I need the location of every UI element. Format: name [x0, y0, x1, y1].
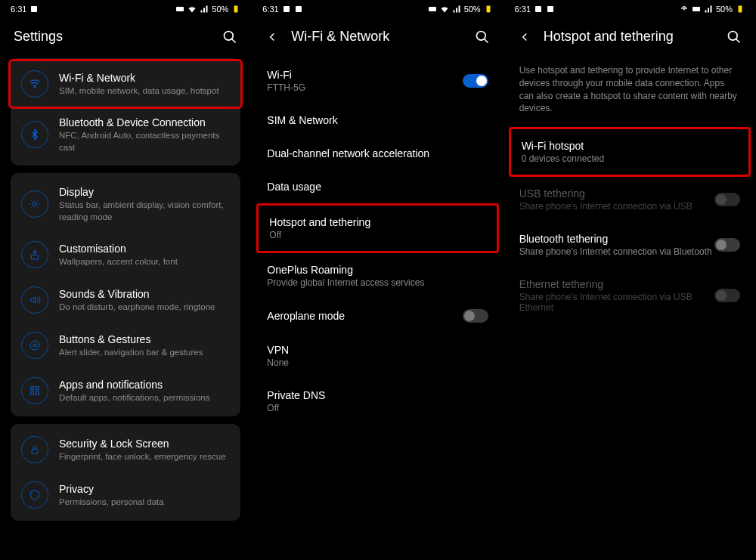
item-title: Security & Lock Screen	[59, 437, 230, 450]
item-sub: Off	[267, 403, 488, 413]
group-security: Security & Lock Screen Fingerprint, face…	[11, 424, 240, 521]
battery-icon	[484, 5, 493, 14]
svg-rect-10	[31, 392, 34, 395]
screen-wifi-network: 6:31 50% Wi-Fi & Network Wi-Fi FTTH-5G	[252, 0, 503, 560]
item-title: Bluetooth & Device Connection	[59, 116, 230, 129]
item-apps[interactable]: Apps and notifications Default apps, not…	[11, 368, 240, 413]
search-button[interactable]	[727, 29, 742, 45]
page-title: Settings	[14, 29, 210, 45]
svg-point-4	[34, 87, 35, 88]
header: Wi-Fi & Network	[252, 18, 503, 58]
battery-icon	[736, 5, 745, 14]
back-button[interactable]	[518, 30, 531, 44]
item-title: VPN	[267, 344, 488, 356]
item-sim[interactable]: SIM & Network	[252, 104, 503, 137]
header: Settings	[0, 18, 251, 58]
item-hotspot-tethering[interactable]: Hotspot and tethering Off	[259, 206, 496, 251]
privacy-icon	[21, 481, 48, 509]
item-title: Hotspot and tethering	[269, 216, 485, 228]
item-sub: Alert slider, navigation bar & gestures	[59, 347, 230, 359]
item-roaming[interactable]: OnePlus Roaming Provide global Internet …	[252, 253, 503, 299]
search-button[interactable]	[222, 29, 237, 45]
svg-rect-8	[31, 387, 34, 390]
screenshot-icon	[29, 5, 39, 14]
battery-percent: 50%	[464, 5, 481, 14]
item-dual-channel[interactable]: Dual-channel network acceleration	[252, 137, 503, 170]
item-title: Display	[59, 185, 230, 199]
status-time: 6:31	[262, 5, 278, 14]
signal-icon	[704, 5, 713, 14]
group-device: Display Status bar, ambient display, vis…	[11, 173, 240, 416]
svg-point-7	[33, 344, 36, 347]
item-sub: Permissions, personal data	[59, 497, 230, 509]
battery-percent: 50%	[716, 5, 733, 14]
screenshot-icon	[294, 5, 303, 14]
svg-rect-19	[547, 6, 553, 12]
item-data-usage[interactable]: Data usage	[252, 170, 503, 203]
item-security[interactable]: Security & Lock Screen Fingerprint, face…	[11, 427, 240, 472]
item-title: USB tethering	[519, 187, 714, 200]
wifi-icon	[21, 70, 48, 97]
volte-icon	[175, 5, 184, 14]
apps-icon	[21, 377, 48, 404]
item-sub: Do not disturb, earphone mode, ringtone	[59, 302, 230, 314]
customisation-icon	[21, 241, 48, 268]
item-bluetooth[interactable]: Bluetooth & Device Connection NFC, Andro…	[11, 107, 240, 162]
item-title: SIM & Network	[267, 114, 488, 126]
hotspot-icon	[680, 5, 689, 14]
eth-toggle	[714, 289, 740, 302]
item-title: OnePlus Roaming	[267, 264, 488, 276]
item-title: Private DNS	[267, 389, 488, 401]
item-bt-tethering[interactable]: Bluetooth tethering Share phone's Intern…	[504, 222, 755, 268]
item-sub: Fingerprint, face unlock, emergency resc…	[59, 451, 230, 463]
svg-rect-12	[32, 450, 38, 454]
item-wifi-hotspot[interactable]: Wi-Fi hotspot 0 devices connected	[511, 129, 748, 175]
item-wifi[interactable]: Wi-Fi FTTH-5G	[252, 58, 503, 104]
item-title: Wi-Fi & Network	[59, 71, 230, 85]
item-sub: Share phone's Internet connection via Bl…	[519, 246, 714, 257]
aeroplane-toggle[interactable]	[463, 309, 488, 323]
item-dns[interactable]: Private DNS Off	[252, 379, 503, 424]
signal-icon	[452, 5, 461, 14]
back-button[interactable]	[265, 30, 279, 44]
page-title: Wi-Fi & Network	[291, 29, 462, 45]
svg-point-17	[476, 31, 485, 40]
search-button[interactable]	[475, 29, 490, 45]
svg-rect-15	[429, 7, 436, 11]
item-eth-tethering: Ethernet tethering Share phone's Interne…	[504, 268, 755, 323]
svg-rect-1	[176, 7, 184, 11]
item-display[interactable]: Display Status bar, ambient display, vis…	[11, 176, 240, 232]
svg-rect-22	[738, 6, 742, 13]
screen-settings: 6:31 50% Settings	[0, 0, 252, 560]
item-buttons[interactable]: Buttons & Gestures Alert slider, navigat…	[11, 323, 240, 368]
status-bar: 6:31 50%	[504, 0, 755, 18]
header: Hotspot and tethering	[504, 18, 755, 58]
svg-point-23	[728, 31, 737, 40]
display-icon	[21, 190, 48, 218]
item-sub: Share phone's Internet connection via US…	[519, 201, 714, 212]
gestures-icon	[21, 332, 48, 359]
svg-point-5	[33, 203, 36, 206]
item-sub: Default apps, notifications, permissions	[59, 392, 230, 404]
item-vpn[interactable]: VPN None	[252, 333, 503, 379]
status-time: 6:31	[515, 5, 531, 14]
item-sub: SIM, mobile network, data usage, hotspot	[59, 85, 230, 97]
item-privacy[interactable]: Privacy Permissions, personal data	[11, 472, 240, 518]
signal-icon	[200, 5, 209, 14]
item-wifi-network[interactable]: Wi-Fi & Network SIM, mobile network, dat…	[11, 61, 240, 107]
svg-point-3	[225, 31, 234, 40]
item-sub: Wallpapers, accent colour, font	[59, 256, 230, 268]
item-aeroplane[interactable]: Aeroplane mode	[252, 299, 503, 333]
battery-percent: 50%	[212, 5, 228, 14]
item-customisation[interactable]: Customisation Wallpapers, accent colour,…	[11, 232, 240, 277]
lock-icon	[21, 436, 48, 463]
item-title: Customisation	[59, 242, 230, 255]
svg-rect-0	[31, 6, 37, 12]
volte-icon	[692, 5, 701, 14]
item-title: Ethernet tethering	[519, 278, 714, 290]
item-sounds[interactable]: Sounds & Vibration Do not disturb, earph…	[11, 277, 240, 323]
status-time: 6:31	[11, 5, 26, 14]
bt-toggle[interactable]	[714, 238, 740, 252]
wifi-toggle[interactable]	[463, 74, 488, 88]
bluetooth-icon	[21, 121, 48, 148]
